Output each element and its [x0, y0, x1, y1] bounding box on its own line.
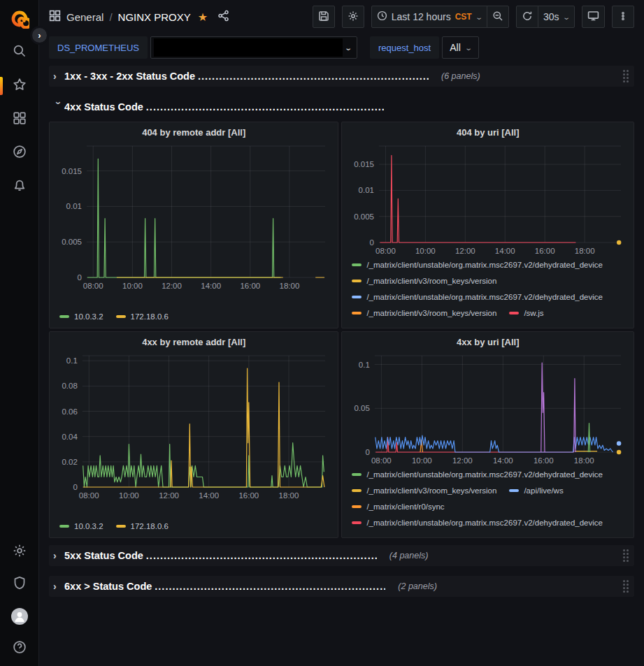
sidebar-item-profile[interactable] [0, 609, 39, 624]
panel-title[interactable]: 404 by remote addr [All] [55, 125, 332, 140]
legend-label: /_matrix/client/unstable/org.matrix.msc2… [366, 519, 603, 527]
row-6xx[interactable]: › 6xx > Status Code ....................… [49, 576, 634, 597]
svg-text:08:00: 08:00 [371, 456, 392, 465]
shield-icon [13, 576, 27, 593]
svg-text:16:00: 16:00 [240, 282, 260, 290]
sidebar-item-explore[interactable] [0, 145, 39, 161]
chevron-down-icon: › [53, 101, 64, 113]
zoom-out-button[interactable] [487, 6, 509, 28]
compass-icon [13, 145, 27, 161]
help-icon [13, 640, 27, 657]
row-drag-handle-icon[interactable] [623, 549, 629, 562]
panel-title[interactable]: 4xx by uri [All] [348, 335, 628, 350]
row-1xx-3xx-2xx[interactable]: › 1xx - 3xx - 2xx Status Code ..........… [49, 66, 634, 87]
sidebar-expand-button[interactable]: › [30, 26, 49, 45]
svg-text:10:00: 10:00 [412, 456, 432, 465]
sidebar-bottom [0, 544, 39, 656]
favorite-star-icon[interactable]: ★ [198, 10, 208, 24]
panel-404-by-uri: 404 by uri [All] 00.0050.010.01508:0010:… [341, 122, 634, 328]
legend-label: /_matrix/client/r0/sync [366, 502, 444, 511]
panel-4xx-by-uri: 4xx by uri [All] 00.050.108:0010:0012:00… [341, 331, 634, 538]
row-4xx[interactable]: › 4xx Status Code ......................… [49, 96, 634, 117]
legend-item[interactable]: /api/live/ws [509, 486, 563, 495]
legend-item[interactable]: /_matrix/client/unstable/org.matrix.msc2… [352, 519, 603, 527]
svg-text:18:00: 18:00 [280, 282, 300, 290]
monitor-icon [587, 10, 599, 24]
row-leader: ........................................… [198, 71, 429, 82]
sidebar-item-starred[interactable] [0, 78, 39, 94]
chevron-right-icon: › [53, 71, 64, 82]
timeseries-chart-404-by-remote-addr[interactable]: 00.0050.010.01508:0010:0012:0014:0016:00… [55, 140, 332, 293]
legend-item[interactable]: 172.18.0.6 [116, 522, 169, 530]
legend-item[interactable]: /_matrix/client/v3/room_keys/version [352, 486, 496, 495]
datasource-variable-label: DS_PROMETHEUS [49, 36, 148, 59]
refresh-button[interactable] [516, 6, 538, 28]
timeseries-chart-4xx-by-uri[interactable]: 00.050.108:0010:0012:0014:0016:0018:00 [348, 350, 628, 468]
timeseries-chart-4xx-by-remote-addr[interactable]: 00.020.040.060.080.108:0010:0012:0014:00… [55, 350, 332, 502]
save-dashboard-button[interactable] [313, 6, 335, 28]
sidebar-item-dashboards[interactable] [0, 112, 39, 127]
breadcrumb-folder[interactable]: General [66, 11, 103, 23]
svg-text:0.005: 0.005 [62, 238, 82, 246]
row-drag-handle-icon[interactable] [623, 580, 629, 593]
legend-item[interactable]: /sw.js [509, 309, 543, 317]
star-icon [13, 78, 27, 94]
legend-item[interactable]: /_matrix/client/r0/sync [352, 502, 444, 511]
legend-item[interactable]: 10.0.3.2 [59, 522, 103, 530]
top-navbar: General / NGINX PROXY ★ [39, 0, 644, 34]
legend-item[interactable]: /_matrix/client/v3/room_keys/version [352, 309, 496, 317]
row-title: 5xx Status Code [64, 550, 143, 561]
share-icon[interactable] [217, 10, 229, 24]
sidebar-item-alerting[interactable] [0, 179, 39, 194]
legend-item[interactable]: /_matrix/client/v3/room_keys/version [352, 277, 496, 285]
dashboard-title[interactable]: NGINX PROXY [118, 11, 191, 23]
legend-item[interactable]: 10.0.3.2 [59, 312, 103, 321]
svg-text:0: 0 [366, 448, 370, 456]
legend-swatch [116, 315, 126, 318]
timeseries-chart-404-by-uri[interactable]: 00.0050.010.01508:0010:0012:0014:0016:00… [348, 140, 628, 258]
sidebar-item-server-admin[interactable] [0, 577, 39, 592]
dashboards-grid-icon [13, 111, 27, 128]
legend-label: /_matrix/client/unstable/org.matrix.msc2… [366, 261, 603, 269]
breadcrumb: General / NGINX PROXY ★ [49, 10, 229, 24]
legend-swatch [59, 315, 69, 318]
grafana-logo-icon[interactable] [0, 8, 39, 29]
svg-text:16:00: 16:00 [535, 247, 555, 255]
legend-label: /_matrix/client/v3/room_keys/version [366, 309, 496, 317]
row-leader: ........................................… [146, 101, 384, 113]
svg-text:0: 0 [78, 273, 82, 282]
panel-title[interactable]: 4xx by remote addr [All] [55, 335, 332, 350]
legend-swatch [59, 525, 69, 528]
legend-label: 10.0.3.2 [74, 522, 103, 530]
sidebar-item-search[interactable] [0, 45, 39, 60]
request-host-variable-label: request_host [370, 36, 439, 59]
row-drag-handle-icon[interactable] [623, 70, 629, 82]
legend-item[interactable]: 172.18.0.6 [116, 312, 169, 321]
legend-item[interactable]: /_matrix/client/unstable/org.matrix.msc2… [352, 293, 603, 301]
time-range-picker[interactable]: Last 12 hours CST ⌄ [371, 6, 487, 28]
panel-title[interactable]: 404 by uri [All] [348, 125, 628, 140]
kebab-menu-button[interactable] [612, 6, 634, 28]
legend-item[interactable]: /_matrix/client/unstable/org.matrix.msc2… [352, 470, 603, 479]
svg-text:08:00: 08:00 [79, 491, 99, 500]
sidebar-item-configuration[interactable] [0, 544, 39, 560]
svg-text:0.01: 0.01 [359, 186, 374, 194]
dashboard-settings-button[interactable] [342, 6, 364, 28]
sidebar-item-help[interactable] [0, 641, 39, 656]
refresh-interval-picker[interactable]: 30s ⌄ [538, 6, 575, 28]
legend-swatch [352, 489, 362, 492]
legend-swatch [352, 521, 362, 524]
svg-text:18:00: 18:00 [575, 247, 595, 255]
legend-swatch [352, 312, 362, 314]
svg-text:10:00: 10:00 [415, 247, 436, 255]
legend-item[interactable]: /_matrix/client/unstable/org.matrix.msc2… [352, 261, 603, 269]
request-host-variable-dropdown[interactable]: All ⌄ [442, 36, 479, 59]
legend-label: /_matrix/client/unstable/org.matrix.msc2… [366, 293, 603, 301]
row-5xx[interactable]: › 5xx Status Code ......................… [49, 545, 634, 566]
chevron-down-icon: ⌄ [464, 44, 473, 52]
panels-grid: 404 by remote addr [All] 00.0050.010.015… [49, 122, 634, 538]
legend-swatch [352, 263, 362, 266]
datasource-variable-dropdown[interactable]: ⌄ [150, 36, 357, 59]
row-leader: ........................................… [146, 550, 377, 561]
tv-mode-button[interactable] [582, 6, 605, 28]
